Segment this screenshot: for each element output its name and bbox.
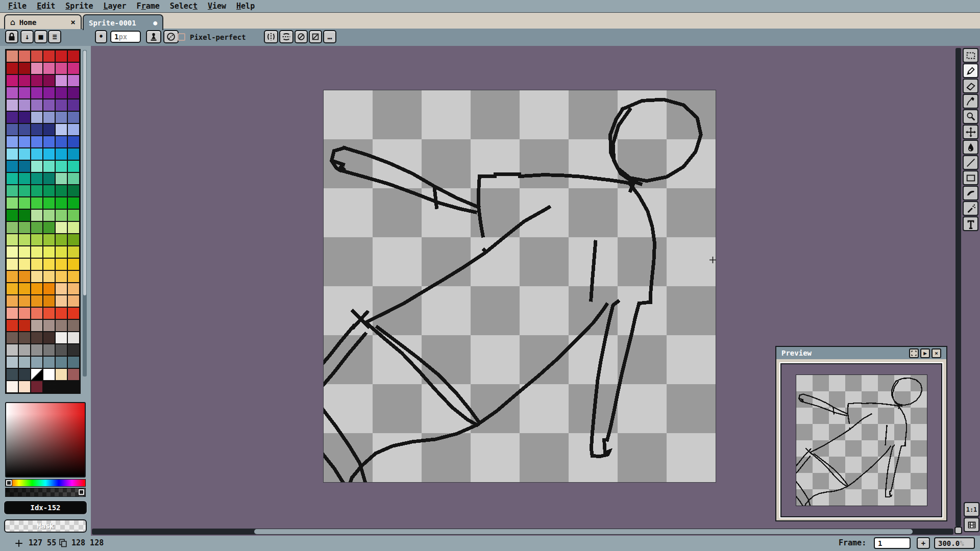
palette-cell[interactable] (6, 209, 18, 221)
palette-cell[interactable] (31, 295, 43, 307)
palette-cell[interactable] (31, 270, 43, 283)
palette-cell[interactable] (31, 234, 43, 246)
palette-cell[interactable] (55, 87, 67, 99)
palette-cell[interactable] (67, 123, 80, 136)
palette-cell[interactable] (67, 221, 80, 234)
palette-cell[interactable] (18, 99, 31, 111)
palette-cell[interactable] (31, 197, 43, 209)
palette-cell[interactable] (6, 270, 18, 283)
close-button[interactable]: × (932, 348, 941, 358)
palette-cell[interactable] (67, 209, 80, 221)
palette-cell[interactable] (31, 185, 43, 197)
palette-cell[interactable] (55, 258, 67, 270)
palette-cell[interactable] (55, 160, 67, 172)
palette-cell[interactable] (43, 172, 55, 185)
preview-window[interactable]: Preview ▶ × (775, 346, 947, 521)
palette-cell[interactable] (18, 295, 31, 307)
palette-cell[interactable] (67, 62, 80, 74)
palette-cell[interactable] (55, 209, 67, 221)
palette-cell[interactable] (18, 234, 31, 246)
ink-button[interactable] (146, 30, 161, 43)
palette-cell[interactable] (31, 87, 43, 99)
arrow-down-button[interactable]: ↓ (20, 30, 34, 43)
palette-cell[interactable] (67, 332, 80, 344)
timeline-button[interactable] (964, 517, 979, 532)
palette-cell[interactable] (6, 74, 18, 87)
palette-cell[interactable] (31, 111, 43, 123)
palette-cell[interactable] (43, 185, 55, 197)
frame-input[interactable]: 1 (874, 537, 911, 549)
palette-cell[interactable] (67, 258, 80, 270)
palette-cell[interactable] (31, 136, 43, 148)
palette-cell[interactable] (6, 258, 18, 270)
palette-cell[interactable] (31, 283, 43, 295)
no-symmetry-square-button[interactable] (309, 30, 322, 43)
palette-cell[interactable] (67, 270, 80, 283)
palette-cell[interactable] (6, 381, 18, 393)
menu-item-select[interactable]: Select (165, 1, 203, 12)
palette-cell[interactable] (55, 307, 67, 319)
palette-cell[interactable] (31, 50, 43, 62)
palette-cell[interactable] (31, 148, 43, 160)
eraser-tool[interactable] (963, 79, 978, 93)
palette-cell[interactable] (18, 148, 31, 160)
palette-grid[interactable] (5, 49, 81, 394)
palette-cell[interactable] (43, 50, 55, 62)
menu-item-sprite[interactable]: Sprite (60, 1, 98, 12)
palette-cell[interactable] (6, 111, 18, 123)
palette-cell[interactable] (43, 283, 55, 295)
palette-cell[interactable] (6, 221, 18, 234)
brush-size-input[interactable]: 1px (110, 31, 141, 43)
palette-cell[interactable] (55, 99, 67, 111)
palette-cell[interactable] (43, 123, 55, 136)
palette-cell[interactable] (67, 136, 80, 148)
palette-cell[interactable] (18, 160, 31, 172)
alpha-slider-handle[interactable] (79, 489, 84, 495)
palette-cell[interactable] (67, 283, 80, 295)
menu-item-file[interactable]: File (3, 1, 32, 12)
palette-cell[interactable] (67, 148, 80, 160)
contour-tool[interactable] (963, 186, 978, 201)
palette-cell[interactable] (6, 332, 18, 344)
palette-cell[interactable] (55, 50, 67, 62)
palette-cell[interactable] (43, 160, 55, 172)
palette-cell[interactable] (31, 172, 43, 185)
palette-cell[interactable] (67, 111, 80, 123)
palette-cell[interactable] (6, 123, 18, 136)
palette-cell[interactable] (6, 234, 18, 246)
pencil-tool[interactable] (963, 63, 978, 78)
color-index-button[interactable]: Idx-152 (4, 501, 87, 514)
palette-cell[interactable] (6, 283, 18, 295)
palette-cell[interactable] (31, 381, 43, 393)
line-tool[interactable] (963, 155, 978, 170)
palette-cell[interactable] (67, 185, 80, 197)
palette-cell[interactable] (55, 172, 67, 185)
palette-cell[interactable] (67, 50, 80, 62)
palette-cell[interactable] (43, 234, 55, 246)
palette-cell[interactable] (18, 62, 31, 74)
fit-screen-button[interactable] (909, 348, 919, 358)
palette-cell[interactable] (31, 123, 43, 136)
palette-cell[interactable] (43, 295, 55, 307)
palette-cell[interactable] (43, 258, 55, 270)
horizontal-scrollbar[interactable] (92, 529, 953, 535)
palette-cell[interactable] (43, 197, 55, 209)
palette-cell[interactable] (43, 87, 55, 99)
palette-cell[interactable] (67, 344, 80, 356)
palette-cell[interactable] (67, 368, 80, 381)
hue-slider-handle[interactable] (6, 480, 12, 486)
palette-cell[interactable] (31, 319, 43, 332)
palette-cell[interactable] (6, 368, 18, 381)
palette-cell[interactable] (67, 74, 80, 87)
text-tool[interactable] (963, 216, 978, 231)
palette-cell[interactable] (55, 123, 67, 136)
palette-cell[interactable] (18, 87, 31, 99)
palette-cell[interactable] (18, 319, 31, 332)
palette-cell[interactable] (18, 332, 31, 344)
palette-cell[interactable] (6, 185, 18, 197)
palette-cell[interactable] (55, 368, 67, 381)
no-symmetry-circle-button[interactable] (295, 30, 308, 43)
sprite-canvas[interactable] (323, 90, 716, 483)
preview-titlebar[interactable]: Preview ▶ × (776, 347, 946, 359)
palette-cell[interactable] (6, 50, 18, 62)
